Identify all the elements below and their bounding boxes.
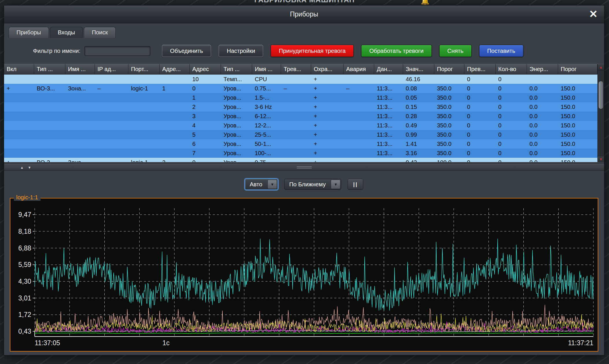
table-scrollbar[interactable]: ▲ ▼: [597, 64, 604, 162]
column-header-15[interactable]: Прев...: [464, 64, 496, 74]
column-header-7[interactable]: Тип ...: [221, 64, 252, 74]
cell-6-4: [128, 130, 160, 139]
cell-9-3: –: [95, 158, 128, 162]
cell-1-4: logic-1: [128, 84, 160, 93]
column-header-6[interactable]: Адрес: [190, 64, 221, 74]
table-row-5[interactable]: 4Уров...12-2...+11:3...0.49350.0000.0150…: [4, 121, 597, 130]
cell-5-18: 150.0: [558, 121, 597, 130]
table-row-2[interactable]: 1Уров...1.5-...+11:3...0.05350.0000.0150…: [4, 93, 597, 102]
cell-4-2: [65, 112, 95, 121]
column-header-4[interactable]: Порт...: [128, 64, 160, 74]
cell-1-15: 0: [464, 84, 496, 93]
settings-button[interactable]: Настройки: [219, 45, 263, 57]
column-header-0[interactable]: Вкл: [4, 64, 34, 74]
column-header-12[interactable]: Дан...: [374, 64, 403, 74]
splitter-down-button[interactable]: ▼: [28, 166, 31, 169]
column-header-18[interactable]: Порог: [558, 64, 597, 74]
column-header-11[interactable]: Авария: [344, 64, 374, 74]
filter-input[interactable]: [84, 46, 150, 56]
chart-title: logic-1:1: [14, 194, 40, 201]
scroll-up-button[interactable]: ▲: [598, 64, 604, 70]
cell-0-18: [558, 75, 597, 84]
tab-vhody[interactable]: Входы: [50, 27, 83, 38]
y-tick-label: 4,30: [18, 278, 31, 285]
table-row-0[interactable]: 10Темп...CPU+46.1600: [4, 75, 597, 84]
cell-1-16: 0: [496, 84, 527, 93]
cell-3-17: 0.0: [527, 102, 558, 112]
cell-0-0: [4, 75, 34, 84]
column-header-3[interactable]: IP ад...: [95, 64, 128, 74]
column-header-8[interactable]: Имя ...: [252, 64, 281, 74]
table-row-6[interactable]: 5Уров...25-5...+11:3...0.99350.0000.0150…: [4, 130, 597, 139]
column-header-17[interactable]: Энер...: [527, 64, 558, 74]
x-end-label: 11:37:21: [568, 339, 593, 347]
force-alarm-button[interactable]: Принудительная тревога: [271, 45, 354, 57]
follow-mode-combo[interactable]: По Ближнему ▼: [284, 179, 341, 190]
table-row-9[interactable]: +ВО-3Зона...–logic-120Уров0.75–+––0.4310…: [4, 158, 597, 162]
tab-pribory[interactable]: Приборы: [9, 27, 49, 38]
table-row-1[interactable]: +ВО-3...Зона...–logic-110Уров...0.75...–…: [4, 84, 597, 93]
cell-8-12: 11:3...: [374, 148, 403, 158]
cell-1-13: 0.08: [403, 84, 434, 93]
cell-7-18: 150.0: [558, 139, 597, 148]
table-row-3[interactable]: 2Уров...3-6 Hz+11:3...0.15350.0000.0150.…: [4, 102, 597, 112]
cell-8-6: 7: [190, 148, 221, 158]
column-header-10[interactable]: Охра...: [311, 64, 344, 74]
cell-5-9: [281, 121, 311, 130]
tab-poisk[interactable]: Поиск: [84, 27, 115, 38]
cell-8-18: 150.0: [558, 148, 597, 158]
toolbar-buttons: ОбъединитьНастройкиПринудительная тревог…: [162, 45, 523, 57]
cell-0-7: Темп...: [221, 75, 252, 84]
splitter[interactable]: ▲ ▼: [4, 164, 604, 171]
cell-8-5: [160, 148, 190, 158]
cell-3-16: 0: [496, 102, 527, 112]
process-alarms-button[interactable]: Обработать тревоги: [361, 45, 432, 57]
cell-1-10: +: [311, 84, 344, 93]
scroll-down-button[interactable]: ▼: [598, 156, 604, 162]
chevron-down-icon[interactable]: ▼: [331, 180, 340, 189]
cell-9-1: ВО-3: [34, 158, 65, 162]
column-header-2[interactable]: Имя ...: [65, 64, 95, 74]
cell-6-8: 25-5...: [252, 130, 281, 139]
cell-2-7: Уров...: [221, 93, 252, 102]
inputs-table: ВклТип ...Имя ...IP ад...Порт...Адре...А…: [4, 64, 604, 162]
splitter-grip[interactable]: [297, 166, 312, 169]
y-tick-label: 8,18: [18, 228, 31, 235]
cell-9-16: 0: [496, 158, 527, 162]
cell-6-15: 0: [464, 130, 496, 139]
cell-8-11: [344, 148, 374, 158]
scale-mode-combo[interactable]: Авто ▼: [245, 179, 278, 190]
column-header-5[interactable]: Адре...: [160, 64, 190, 74]
arm-button[interactable]: Поставить: [479, 45, 523, 57]
cell-9-15: 0: [464, 158, 496, 162]
cell-1-3: –: [95, 84, 128, 93]
cell-9-13: 0.43: [403, 158, 434, 162]
cell-1-18: 150.0: [558, 84, 597, 93]
table-row-4[interactable]: 3Уров...6-12...+11:3...0.28350.0000.0150…: [4, 112, 597, 121]
scrollbar-handle[interactable]: [598, 81, 604, 109]
splitter-up-button[interactable]: ▲: [20, 166, 24, 169]
cell-2-16: 0: [496, 93, 527, 102]
cell-4-12: 11:3...: [374, 112, 403, 121]
merge-button[interactable]: Объединить: [162, 45, 211, 57]
cell-2-1: [34, 93, 65, 102]
column-header-1[interactable]: Тип ...: [34, 64, 65, 74]
cell-4-13: 0.28: [403, 112, 434, 121]
close-icon[interactable]: ✕: [589, 8, 598, 20]
column-header-13[interactable]: Знач...: [403, 64, 434, 74]
cell-9-6: 0: [190, 158, 221, 162]
table-row-7[interactable]: 6Уров...50-1...+11:3...1.41350.0000.0150…: [4, 139, 597, 148]
disarm-button[interactable]: Снять: [439, 45, 472, 57]
table-row-8[interactable]: 7Уров...100-...+11:3...3.16350.0000.0150…: [4, 148, 597, 158]
cell-4-5: [160, 112, 190, 121]
column-header-14[interactable]: Порог: [434, 64, 464, 74]
chevron-down-icon[interactable]: ▼: [267, 180, 277, 189]
column-header-9[interactable]: Трев...: [281, 64, 311, 74]
titlebar: Приборы ✕: [4, 5, 604, 23]
cell-7-13: 1.41: [403, 139, 434, 148]
scrollbar-track[interactable]: [598, 70, 604, 156]
pause-button[interactable]: ||: [348, 179, 363, 190]
column-header-16[interactable]: Кол-во: [496, 64, 527, 74]
cell-7-10: +: [311, 139, 344, 148]
cell-0-5: [160, 75, 190, 84]
